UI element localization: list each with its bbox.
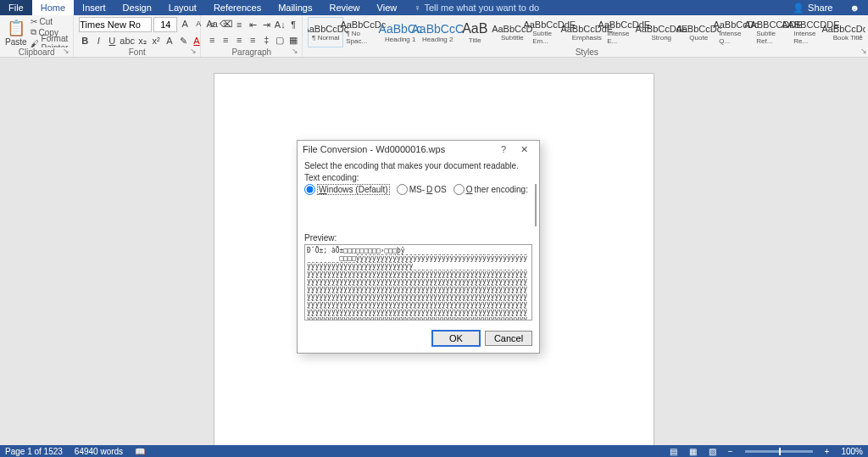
justify-icon[interactable]: ≡ [247,33,259,47]
tab-insert[interactable]: Insert [74,0,114,15]
underline-button[interactable]: U [106,34,118,47]
sort-icon[interactable]: A↓ [274,18,286,31]
style-quote[interactable]: AaBbCcDcQuote [681,17,716,47]
style--normal[interactable]: AaBbCcDc¶ Normal [308,17,343,47]
style-strong[interactable]: AaBbCcDdEStrong [643,17,679,47]
share-button[interactable]: 👤 Share [784,0,841,15]
encoding-option[interactable]: Western European (DOS) [536,202,537,226]
align-right-icon[interactable]: ≡ [233,33,245,47]
encoding-option[interactable]: Wang Taiwan [536,185,537,202]
text-encoding-label: Text encoding: [304,173,532,182]
radio-other[interactable]: Other encoding: [453,184,528,195]
highlight-icon[interactable]: ✎ [177,34,189,47]
status-page[interactable]: Page 1 of 1523 [5,447,63,456]
feedback-icon[interactable]: ☻ [841,0,868,15]
zoom-in-button[interactable]: + [825,447,830,456]
close-icon[interactable]: ✕ [514,144,534,155]
tell-me-text: Tell me what you want to do [424,3,539,13]
strike-button[interactable]: abc [120,34,135,47]
cancel-button[interactable]: Cancel [485,331,532,346]
view-print-icon[interactable]: ▦ [689,447,697,456]
encoding-list[interactable]: Wang TaiwanWestern European (DOS)Western… [535,184,537,226]
styles-launcher-icon[interactable]: ↘ [860,47,868,55]
group-label-paragraph: Paragraph [201,47,302,57]
tab-references[interactable]: References [205,0,270,15]
group-font: A A Aa ⌫ B I U abc x₂ x² A ✎ A Font ↘ [74,15,201,57]
show-marks-icon[interactable]: ¶ [287,18,299,31]
outdent-icon[interactable]: ⇤ [247,18,259,31]
menubar: File Home Insert Design Layout Reference… [0,0,868,15]
style-heading-2[interactable]: AaBbCcCHeading 2 [420,17,455,47]
paste-icon: 📋 [7,19,25,37]
radio-windows[interactable]: Windows (Default) [304,184,390,195]
dialog-instruction: Select the encoding that makes your docu… [304,161,532,170]
cut-button[interactable]: ✂Cut [31,16,69,26]
lightbulb-icon: ♀ [414,3,420,13]
radio-msdos[interactable]: MS-DOS [397,184,447,195]
group-paragraph: ≡ ≡ ≡ ⇤ ⇥ A↓ ¶ ≡ ≡ ≡ ≡ ‡ ▢ ▦ Paragraph ↘ [201,15,303,57]
file-conversion-dialog: File Conversion - Wd0000016.wps ? ✕ Sele… [297,140,540,354]
tab-mailings[interactable]: Mailings [270,0,320,15]
zoom-out-button[interactable]: − [728,447,733,456]
font-name-input[interactable] [79,17,152,32]
tab-home[interactable]: Home [32,0,74,15]
paragraph-launcher-icon[interactable]: ↘ [292,47,300,55]
shading-icon[interactable]: ▢ [274,33,286,47]
preview-label: Preview: [304,233,532,242]
tab-design[interactable]: Design [114,0,160,15]
style-title[interactable]: AaBTitle [457,17,492,47]
tab-file[interactable]: File [0,0,32,15]
clipboard-launcher-icon[interactable]: ↘ [63,47,71,55]
paste-button[interactable]: 📋 Paste [5,19,27,47]
share-icon: 👤 [793,3,804,14]
group-styles: AaBbCcDc¶ NormalAaBbCcDc¶ No Spac...AaBb… [303,15,868,57]
style-book-title[interactable]: AaBbCcDdEBook Title [830,17,865,47]
zoom-level[interactable]: 100% [841,447,863,456]
tab-view[interactable]: View [369,0,406,15]
superscript-button[interactable]: x² [150,34,162,47]
grow-font-icon[interactable]: A [179,17,191,31]
help-icon[interactable]: ? [493,144,514,154]
font-size-input[interactable] [153,17,177,32]
align-left-icon[interactable]: ≡ [206,33,218,47]
align-center-icon[interactable]: ≡ [220,33,231,47]
italic-button[interactable]: I [92,34,104,47]
spellcheck-icon[interactable]: 📖 [135,447,145,456]
ok-button[interactable]: OK [432,331,480,346]
font-launcher-icon[interactable]: ↘ [190,47,198,55]
tab-layout[interactable]: Layout [160,0,205,15]
cut-icon: ✂ [31,17,37,26]
text-effect-icon[interactable]: A [164,34,175,47]
style--no-spac-[interactable]: AaBbCcDc¶ No Spac... [345,17,381,47]
dialog-titlebar[interactable]: File Conversion - Wd0000016.wps ? ✕ [298,141,539,158]
bold-button[interactable]: B [79,34,91,47]
subscript-button[interactable]: x₂ [136,34,148,47]
tab-review[interactable]: Review [321,0,369,15]
indent-icon[interactable]: ⇥ [260,18,272,31]
status-words[interactable]: 64940 words [75,447,123,456]
paste-label: Paste [5,37,27,47]
view-read-icon[interactable]: ▤ [670,447,677,456]
copy-icon: ⧉ [31,27,36,37]
group-label-styles: Styles [303,47,868,57]
view-web-icon[interactable]: ▧ [709,447,716,456]
group-label-font: Font [74,47,200,57]
ribbon: ˄ 📋 Paste ✂Cut ⧉Copy 🖌Format Painter Cli… [0,15,868,58]
group-clipboard: 📋 Paste ✂Cut ⧉Copy 🖌Format Painter Clipb… [0,15,74,57]
preview-box[interactable]: Ð¯Ö±; àÖ±□□□□□□□□□›□□□þÿ □□□□ÿÿÿÿÿÿÿÿÿÿÿ… [304,244,532,320]
zoom-slider[interactable] [745,450,813,453]
multilevel-icon[interactable]: ≡ [233,18,245,31]
line-spacing-icon[interactable]: ‡ [260,33,272,47]
dialog-title: File Conversion - Wd0000016.wps [303,144,445,154]
share-label: Share [808,3,832,13]
borders-icon[interactable]: ▦ [287,33,299,47]
numbering-icon[interactable]: ≡ [220,18,231,31]
bullets-icon[interactable]: ≡ [206,18,218,31]
statusbar: Page 1 of 1523 64940 words 📖 ▤ ▦ ▧ − + 1… [0,445,868,457]
brush-icon: 🖌 [31,39,39,48]
tell-me[interactable]: ♀ Tell me what you want to do [405,0,548,15]
